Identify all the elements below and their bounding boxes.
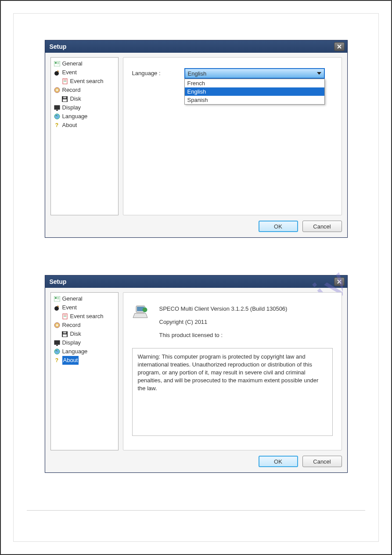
- tree-label: About: [62, 356, 79, 365]
- close-icon: [337, 44, 342, 49]
- svg-rect-2: [55, 62, 57, 64]
- tree-item-language[interactable]: Language: [53, 347, 116, 356]
- ok-button[interactable]: OK: [259, 456, 298, 467]
- tree-item-record[interactable]: Record: [53, 321, 116, 330]
- svg-rect-19: [55, 297, 57, 299]
- tree-item-display[interactable]: Display: [53, 103, 116, 112]
- divider: [27, 510, 365, 511]
- language-dropdown: French English Spanish: [184, 79, 325, 105]
- tree-label: Event: [62, 303, 77, 312]
- svg-rect-16: [56, 110, 58, 111]
- setup-dialog-about: Setup General Ev: [45, 275, 348, 473]
- card-icon: [54, 60, 61, 67]
- titlebar: Setup: [45, 40, 347, 53]
- tree-item-event-search[interactable]: Event search: [53, 77, 116, 86]
- document-icon: [61, 313, 68, 320]
- button-bar: OK Cancel: [50, 221, 342, 232]
- svg-point-37: [143, 308, 147, 312]
- about-licensed-to: This product licensed to :: [159, 330, 333, 340]
- cancel-button[interactable]: Cancel: [302, 221, 342, 232]
- option-english[interactable]: English: [185, 87, 324, 96]
- tree-label: Record: [62, 321, 81, 330]
- tree-label: Language: [62, 112, 88, 121]
- tree-item-disk[interactable]: Disk: [53, 330, 116, 338]
- document-icon: [61, 78, 68, 85]
- tree-label: General: [62, 294, 83, 303]
- tree-label: Event search: [70, 312, 104, 321]
- tree-label: Disk: [70, 94, 81, 103]
- tree-item-event[interactable]: Event: [53, 303, 116, 312]
- tree-label: Disk: [70, 330, 81, 338]
- license-text: Warning: This computer program is protec…: [132, 348, 333, 436]
- svg-rect-31: [63, 334, 67, 337]
- setup-dialog-language: Setup General Ev: [45, 40, 348, 238]
- svg-point-5: [54, 71, 59, 76]
- svg-point-28: [56, 324, 58, 326]
- nav-tree: General Event Event search Record: [50, 292, 119, 450]
- tree-label: General: [62, 59, 83, 68]
- svg-rect-32: [54, 341, 60, 345]
- floppy-icon: [61, 95, 68, 102]
- tree-item-general[interactable]: General: [53, 294, 116, 303]
- record-icon: [54, 322, 61, 329]
- record-icon: [54, 87, 61, 94]
- tree-item-disk[interactable]: Disk: [53, 94, 116, 103]
- close-button[interactable]: [334, 42, 345, 51]
- tree-item-display[interactable]: Display: [53, 338, 116, 347]
- svg-rect-13: [63, 97, 66, 98]
- ok-button[interactable]: OK: [259, 221, 298, 232]
- computer-icon: [132, 303, 151, 322]
- content-panel: SPECO Multi Client Version 3.1.2.5 (Buil…: [123, 292, 342, 450]
- monitor-icon: [54, 339, 61, 346]
- question-icon: ?: [54, 122, 61, 129]
- tree-item-about[interactable]: ? About: [53, 356, 116, 365]
- cancel-button[interactable]: Cancel: [302, 456, 342, 467]
- tree-item-event[interactable]: Event: [53, 68, 116, 77]
- svg-rect-15: [54, 105, 60, 109]
- globe-icon: [54, 348, 61, 355]
- option-french[interactable]: French: [185, 79, 324, 87]
- titlebar: Setup: [45, 276, 347, 288]
- option-spanish[interactable]: Spanish: [185, 96, 324, 104]
- svg-point-22: [54, 306, 59, 311]
- tree-label: Event search: [70, 77, 104, 86]
- svg-point-17: [54, 114, 60, 119]
- svg-rect-33: [56, 345, 58, 346]
- combo-value: English: [188, 70, 207, 77]
- question-icon: ?: [54, 357, 61, 364]
- about-copyright: Copyright (C) 2011: [159, 317, 333, 327]
- language-label: Language :: [132, 68, 174, 76]
- globe-icon: [54, 113, 61, 120]
- content-panel: Language : English French English Spanis…: [123, 57, 342, 215]
- tree-label: Event: [62, 68, 77, 77]
- close-icon: [337, 279, 342, 284]
- tree-label: About: [62, 121, 77, 130]
- monitor-icon: [54, 104, 61, 111]
- nav-tree: General Event Event search Record: [50, 57, 119, 215]
- card-icon: [54, 295, 61, 302]
- svg-rect-30: [63, 332, 66, 334]
- svg-rect-14: [63, 99, 67, 102]
- tree-item-general[interactable]: General: [53, 59, 116, 68]
- tree-item-language[interactable]: Language: [53, 112, 116, 121]
- floppy-icon: [61, 330, 68, 337]
- tree-label: Display: [62, 338, 81, 347]
- tree-label: Language: [62, 347, 88, 356]
- tree-label: Record: [62, 86, 81, 94]
- tree-label: Display: [62, 103, 81, 112]
- tree-item-record[interactable]: Record: [53, 86, 116, 94]
- svg-point-11: [56, 89, 58, 91]
- dialog-title: Setup: [50, 43, 67, 50]
- about-version: SPECO Multi Client Version 3.1.2.5 (Buil…: [159, 304, 333, 314]
- button-bar: OK Cancel: [50, 456, 342, 467]
- chevron-down-icon: [317, 72, 321, 75]
- svg-point-34: [54, 349, 60, 354]
- tree-item-event-search[interactable]: Event search: [53, 312, 116, 321]
- close-button[interactable]: [334, 277, 345, 286]
- bomb-icon: [54, 69, 61, 76]
- bomb-icon: [54, 304, 61, 311]
- tree-item-about[interactable]: ? About: [53, 121, 116, 130]
- language-combobox[interactable]: English: [184, 68, 325, 79]
- dialog-title: Setup: [50, 278, 67, 285]
